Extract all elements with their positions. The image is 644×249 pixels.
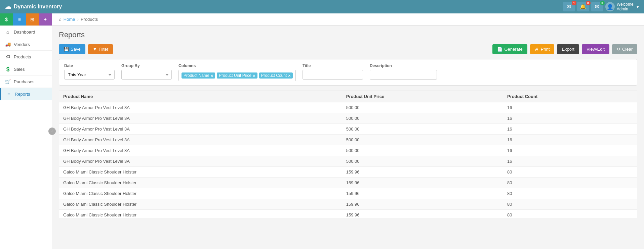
cell-product-name: GH Body Armor Pro Vest Level 3A [59,135,342,145]
truck-icon: 🚚 [5,42,10,47]
mail-button[interactable]: ✉ 1 [563,2,575,11]
table-row: GH Body Armor Pro Vest Level 3A 500.00 1… [59,156,637,167]
columns-tags[interactable]: Product Name × Product Unit Price × Prod… [178,70,296,81]
cell-product-unit-price: 500.00 [342,135,503,145]
cell-product-count: 80 [503,188,637,199]
cell-product-count: 80 [503,178,637,188]
title-input[interactable] [303,70,363,80]
cell-product-unit-price: 500.00 [342,113,503,124]
page-content: Reports 💾 Save ▼ Filter 📄 Generate [52,26,644,223]
home-icon: ⌂ [5,29,10,35]
dollar-icon: 💲 [5,66,10,72]
sidebar-item-purchases[interactable]: 🛒 Purchases [0,76,52,88]
bell-icon: 🔔 [580,4,586,10]
filter-row: Date This Year Last Year This Month Last… [64,63,632,81]
export-button[interactable]: Export [557,44,579,54]
cell-product-count: 16 [503,102,637,113]
breadcrumb-current: Products [81,17,98,22]
table-header: Product Name Product Unit Price Product … [59,91,637,102]
sidebar-item-products[interactable]: 🏷 Products [0,51,52,63]
app-brand: ☁ Dynamic Inventory [5,3,62,10]
sidebar-icon-dollar[interactable]: $ [0,13,13,26]
cell-product-count: 80 [503,210,637,218]
cell-product-name: Galco Miami Classic Shoulder Holster [59,188,342,199]
cell-product-name: GH Body Armor Pro Vest Level 3A [59,113,342,124]
envelope-button[interactable]: ✉ 0 [591,2,603,11]
cart-icon: 🛒 [5,79,10,84]
group-by-select[interactable] [121,70,172,80]
col-header-product-name: Product Name [59,91,342,102]
user-info: Welcome, Admin [617,2,635,12]
sidebar-icon-grid[interactable]: ⊞ [26,13,39,26]
print-button[interactable]: 🖨 Print [530,44,555,54]
cell-product-unit-price: 159.96 [342,199,503,210]
welcome-text: Welcome, [617,2,635,7]
sidebar-item-sales[interactable]: 💲 Sales [0,63,52,76]
sidebar-collapse-button[interactable]: ‹ [48,128,56,135]
view-edit-button[interactable]: View/Edit [582,44,609,54]
chevron-down-icon: ▾ [637,4,639,9]
cell-product-count: 16 [503,145,637,156]
column-tag-name-remove[interactable]: × [211,73,213,78]
col-header-product-unit-price: Product Unit Price [342,91,503,102]
title-label: Title [303,63,363,68]
table-row: Galco Miami Classic Shoulder Holster 159… [59,167,637,178]
bell-button[interactable]: 🔔 8 [577,2,589,11]
date-select[interactable]: This Year Last Year This Month Last Mont… [64,70,115,80]
date-label: Date [64,63,115,68]
column-tag-price-remove[interactable]: × [253,73,255,78]
column-tag-product-name[interactable]: Product Name × [182,72,215,79]
cell-product-name: GH Body Armor Pro Vest Level 3A [59,145,342,156]
page-title: Reports [59,31,637,39]
home-breadcrumb-icon: ⌂ [59,17,62,22]
column-tag-count-remove[interactable]: × [288,73,291,78]
generate-button[interactable]: 📄 Generate [492,44,527,54]
sidebar-item-dashboard[interactable]: ⌂ Dashboard [0,26,52,38]
sidebar-label-reports: Reports [15,92,30,97]
sidebar-item-vendors[interactable]: 🚚 Vendors [0,38,52,51]
filter-button[interactable]: ▼ Filter [88,44,113,54]
user-menu[interactable]: 👤 Welcome, Admin ▾ [605,2,639,12]
cell-product-count: 16 [503,156,637,167]
column-tag-product-unit-price[interactable]: Product Unit Price × [217,72,257,79]
sidebar-icon-bar: $ ≡ ⊞ ✦ [0,13,52,26]
columns-label: Columns [178,63,296,68]
cell-product-count: 80 [503,167,637,178]
save-button[interactable]: 💾 Save [59,44,85,54]
description-input[interactable] [370,70,437,80]
date-filter-group: Date This Year Last Year This Month Last… [64,63,115,80]
reports-icon: ≡ [6,91,11,97]
sidebar-label-dashboard: Dashboard [14,30,35,35]
table-row: GH Body Armor Pro Vest Level 3A 500.00 1… [59,102,637,113]
sidebar-icon-list[interactable]: ≡ [13,13,26,26]
sidebar-item-reports[interactable]: ≡ Reports [0,88,52,100]
cell-product-unit-price: 159.96 [342,167,503,178]
column-tag-price-label: Product Unit Price [219,73,251,78]
filter-area: Date This Year Last Year This Month Last… [59,59,637,86]
column-tag-product-count[interactable]: Product Count × [259,72,293,79]
filter-icon: ▼ [93,47,97,52]
sidebar-icon-star[interactable]: ✦ [39,13,52,26]
column-tag-name-label: Product Name [184,73,209,78]
cell-product-name: Galco Miami Classic Shoulder Holster [59,199,342,210]
group-by-filter-group: Group By [121,63,172,80]
top-navbar: ☁ Dynamic Inventory ✉ 1 🔔 8 ✉ 0 👤 Welcom… [0,0,644,13]
cloud-icon: ☁ [5,3,11,10]
table-row: GH Body Armor Pro Vest Level 3A 500.00 1… [59,113,637,124]
table-wrapper: Product Name Product Unit Price Product … [59,91,637,218]
clear-button[interactable]: ↺ Clear [612,44,637,54]
toolbar: 💾 Save ▼ Filter 📄 Generate 🖨 Print [59,44,637,54]
breadcrumb-home[interactable]: Home [64,17,75,22]
columns-filter-group: Columns Product Name × Product Unit Pric… [178,63,296,81]
cell-product-count: 16 [503,113,637,124]
table-row: GH Body Armor Pro Vest Level 3A 500.00 1… [59,124,637,135]
cell-product-unit-price: 159.96 [342,210,503,218]
table-row: Galco Miami Classic Shoulder Holster 159… [59,199,637,210]
sidebar-label-sales: Sales [14,67,25,72]
cell-product-name: Galco Miami Classic Shoulder Holster [59,178,342,188]
app-title: Dynamic Inventory [14,4,62,10]
sidebar-label-purchases: Purchases [14,79,34,84]
mail-icon: ✉ [567,4,571,10]
table-body: GH Body Armor Pro Vest Level 3A 500.00 1… [59,102,637,218]
cell-product-count: 16 [503,124,637,135]
